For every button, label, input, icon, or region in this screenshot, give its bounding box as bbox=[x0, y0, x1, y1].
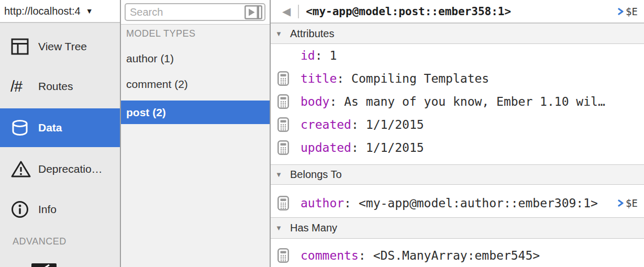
calculator-icon bbox=[277, 117, 289, 132]
model-type-comment[interactable]: comment (2) bbox=[121, 73, 270, 96]
sidebar-item-label: Routes bbox=[38, 80, 73, 93]
property-row-body[interactable]: body:As many of you know, Ember 1.10 wil… bbox=[271, 90, 644, 113]
property-value: <DS.ManyArray:ember545> bbox=[373, 249, 540, 262]
sidebar-item-label: Info bbox=[38, 203, 57, 216]
property-value: 1/1/2015 bbox=[366, 141, 424, 154]
separator: : bbox=[315, 49, 323, 62]
separator: : bbox=[359, 249, 366, 262]
console-variable-label: $E bbox=[626, 197, 638, 209]
property-row-comments[interactable]: comments:<DS.ManyArray:ember545> bbox=[271, 244, 644, 267]
warning-icon bbox=[10, 160, 31, 179]
info-icon bbox=[10, 200, 31, 219]
calculator-icon bbox=[277, 140, 289, 155]
property-row-updated[interactable]: updated:1/1/2015 bbox=[271, 136, 644, 159]
property-row-author[interactable]: author:<my-app@model:author::ember309:1>… bbox=[271, 192, 644, 215]
dropdown-caret-icon: ▼ bbox=[86, 7, 93, 15]
sidebar-item-info[interactable]: Info bbox=[0, 190, 120, 229]
sidebar-item-deprecations[interactable]: Deprecatio… bbox=[0, 149, 120, 188]
sidebar-item-view-tree[interactable]: View Tree bbox=[0, 27, 120, 66]
sidebar-item-label: Deprecatio… bbox=[38, 163, 103, 175]
section-title: Has Many bbox=[290, 222, 337, 234]
section-title: Belongs To bbox=[290, 169, 342, 181]
calculator-icon bbox=[277, 196, 289, 210]
routes-icon: /# bbox=[10, 78, 31, 95]
property-row-title[interactable]: title:Compiling Templates bbox=[271, 67, 644, 90]
render-performance-icon[interactable] bbox=[31, 263, 57, 267]
sidebar-item-label: View Tree bbox=[38, 40, 87, 53]
property-value: As many of you know, Ember 1.10 wil… bbox=[344, 95, 605, 108]
property-value: <my-app@model:author::ember309:1> bbox=[359, 196, 598, 210]
back-icon[interactable]: ◀ bbox=[282, 5, 291, 18]
search-input[interactable] bbox=[126, 6, 245, 18]
property-row-id[interactable]: id:1 bbox=[271, 44, 644, 67]
property-value: 1/1/2015 bbox=[366, 118, 424, 131]
record-toolbar: ◀ <my-app@model:post::ember358:1> $E bbox=[271, 0, 644, 23]
sidebar-item-data[interactable]: Data bbox=[0, 108, 120, 147]
send-to-console-button[interactable]: $E bbox=[618, 197, 638, 209]
property-name: id bbox=[301, 49, 315, 62]
collapse-triangle-icon[interactable]: ▼ bbox=[274, 171, 283, 179]
record-inspector: ◀ <my-app@model:post::ember358:1> $E ▼ A… bbox=[271, 0, 644, 267]
section-header-belongs-to[interactable]: ▼ Belongs To bbox=[271, 164, 644, 185]
console-variable-label: $E bbox=[626, 6, 638, 17]
model-type-author[interactable]: author (1) bbox=[121, 47, 270, 70]
model-type-label: comment (2) bbox=[126, 78, 188, 91]
view-tree-icon bbox=[10, 37, 31, 56]
search-box bbox=[125, 3, 265, 21]
model-type-label: post (2) bbox=[126, 106, 166, 119]
sidebar: View Tree /# Routes Data bbox=[0, 0, 121, 267]
collapse-panel-icon[interactable] bbox=[245, 5, 263, 19]
property-value: Compiling Templates bbox=[351, 72, 489, 85]
calculator-icon bbox=[277, 94, 289, 109]
separator: : bbox=[351, 118, 359, 131]
property-value: 1 bbox=[330, 49, 337, 62]
send-to-console-button[interactable]: $E bbox=[618, 6, 638, 17]
search-toolbar bbox=[121, 0, 270, 25]
chevron-right-icon bbox=[618, 8, 624, 15]
section-header-has-many[interactable]: ▼ Has Many bbox=[271, 217, 644, 239]
property-name: comments bbox=[301, 249, 359, 262]
model-types-panel: MODEL TYPES author (1) comment (2) post … bbox=[121, 0, 271, 267]
chevron-right-icon bbox=[618, 199, 624, 207]
record-title: <my-app@model:post::ember358:1> bbox=[306, 5, 511, 18]
model-type-post[interactable]: post (2) bbox=[121, 101, 270, 124]
advanced-section-label: ADVANCED bbox=[13, 236, 66, 247]
separator: : bbox=[337, 72, 344, 85]
property-name: title bbox=[301, 72, 337, 85]
section-title: Attributes bbox=[290, 28, 334, 40]
calculator-icon bbox=[277, 248, 289, 263]
property-name: body bbox=[301, 95, 329, 108]
model-types-header: MODEL TYPES bbox=[126, 28, 196, 39]
calculator-icon bbox=[277, 71, 289, 86]
property-name: created bbox=[301, 118, 351, 131]
sidebar-item-label: Data bbox=[38, 121, 62, 134]
separator: : bbox=[351, 141, 359, 154]
separator: : bbox=[329, 95, 337, 108]
section-header-attributes[interactable]: ▼ Attributes bbox=[271, 23, 644, 44]
property-name: updated bbox=[301, 141, 351, 154]
context-url-dropdown[interactable]: http://localhost:4 ▼ bbox=[0, 0, 120, 23]
collapse-triangle-icon[interactable]: ▼ bbox=[274, 30, 283, 38]
model-type-label: author (1) bbox=[126, 52, 174, 65]
database-icon bbox=[10, 119, 31, 136]
property-row-created[interactable]: created:1/1/2015 bbox=[271, 113, 644, 136]
separator: : bbox=[344, 196, 351, 210]
collapse-triangle-icon[interactable]: ▼ bbox=[274, 224, 283, 232]
toolbar-divider bbox=[298, 5, 299, 18]
context-url: http://localhost:4 bbox=[4, 5, 81, 17]
property-name: author bbox=[301, 196, 344, 210]
ember-inspector: View Tree /# Routes Data bbox=[0, 0, 644, 267]
sidebar-item-routes[interactable]: /# Routes bbox=[0, 67, 120, 106]
